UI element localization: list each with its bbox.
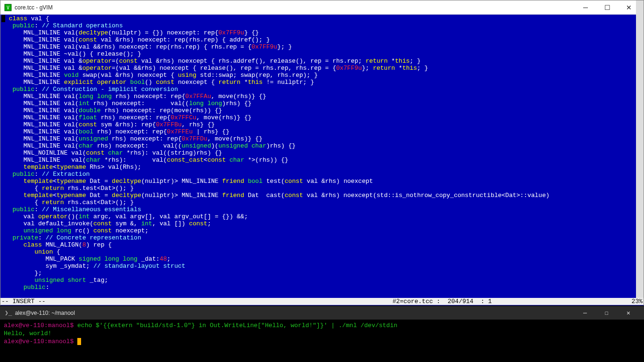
code-line: MNL_INLINE val(double rhs) noexcept: rep…: [0, 107, 644, 114]
code-line: public: // Standard operations: [0, 22, 644, 29]
gvim-status-right: #2=core.tcc : 204/914 : 1 23%: [392, 298, 643, 305]
code-line: MNL_INLINE val(unsigned rhs) noexcept: r…: [0, 135, 644, 142]
code-line: MNL_NOINLINE val(const char *rhs): val((…: [0, 149, 644, 156]
code-line: { return rhs.test<Dat>(); }: [0, 185, 644, 192]
editor-cursor: [1, 15, 5, 22]
code-line: { return rhs.cast<Dat>(); }: [0, 199, 644, 206]
code-line: MNL_INLINE val(long long rhs) noexcept: …: [0, 93, 644, 100]
code-line: MNL_INLINE val(int rhs) noexcept: val((l…: [0, 100, 644, 107]
code-line: sym _symdat; // standard-layout struct: [0, 263, 644, 270]
terminal-window: ❯_ alex@ve-110: ~/manool ─ ☐ ✕ alex@ve-1…: [0, 306, 644, 362]
code-line: MNL_INLINE val(decltype(nullptr) = {}) n…: [0, 29, 644, 36]
code-line: template<typename Rhs> val(Rhs);: [0, 164, 644, 171]
terminal-body[interactable]: alex@ve-110:manool$ echo $'{{extern "bui…: [0, 320, 644, 347]
gvim-status-line: -- INSERT -- #2=core.tcc : 204/914 : 1 2…: [0, 298, 644, 305]
gvim-app-icon: V: [4, 4, 12, 11]
terminal-close-button[interactable]: ✕: [618, 306, 639, 320]
terminal-cursor: [77, 338, 81, 345]
code-line: MNL_INLINE val &operator=(const val &rhs…: [0, 58, 644, 65]
svg-text:V: V: [7, 5, 9, 10]
terminal-line: Hello, world!: [4, 329, 640, 337]
gvim-titlebar[interactable]: V core.tcc - gVIM ─ ☐ ✕: [0, 0, 644, 15]
code-line: MNL_INLINE void swap(val &rhs) noexcept …: [0, 72, 644, 79]
code-line: public: // Extraction: [0, 171, 644, 178]
code-line: union {: [0, 248, 644, 255]
code-line: public: // Miscellaneous essentials: [0, 206, 644, 213]
code-line: MNL_INLINE val(const sym &rhs): rep{0x7F…: [0, 121, 644, 128]
code-line: MNL_INLINE val(val &&rhs) noexcept: rep(…: [0, 43, 644, 50]
code-line: MNL_INLINE val(bool rhs) noexcept: rep{0…: [0, 128, 644, 135]
terminal-maximize-button[interactable]: ☐: [596, 306, 618, 320]
code-line: unsigned long rc() const noexcept;: [0, 227, 644, 234]
code-line: private: // Concrete representation: [0, 234, 644, 241]
code-line: MNL_INLINE explicit operator bool() cons…: [0, 79, 644, 86]
gvim-mode-indicator: -- INSERT --: [1, 298, 46, 305]
gvim-editor-pane[interactable]: class val { public: // Standard operatio…: [0, 15, 644, 305]
gvim-title: core.tcc - gVIM: [15, 4, 575, 11]
code-line: public:: [0, 284, 644, 291]
code-line: MNL_INLINE val(float rhs) noexcept: rep{…: [0, 114, 644, 121]
code-line: MNL_INLINE val(char *rhs): val(const_cas…: [0, 156, 644, 164]
code-line: template<typename Dat = decltype(nullptr…: [0, 178, 644, 185]
gvim-window-controls: ─ ☐ ✕: [575, 0, 640, 15]
terminal-line: alex@ve-110:manool$ echo $'{{extern "bui…: [4, 321, 640, 329]
code-line: class MNL_ALIGN(8) rep {: [0, 241, 644, 248]
code-line: public: // Construction - implicit conve…: [0, 86, 644, 93]
code-line: unsigned short _tag;: [0, 277, 644, 284]
terminal-minimize-button[interactable]: ─: [574, 306, 596, 320]
terminal-cmd-icon: ❯_: [5, 309, 12, 317]
code-line: MNL_PACK signed long long _dat:48;: [0, 255, 644, 263]
code-line: val default_invoke(const sym &, int, val…: [0, 220, 644, 227]
terminal-window-controls: ─ ☐ ✕: [574, 306, 639, 320]
code-line: MNL_INLINE ~val() { release(); }: [0, 50, 644, 58]
gvim-window: V core.tcc - gVIM ─ ☐ ✕ class val { publ…: [0, 0, 644, 305]
gvim-scrollbar[interactable]: [636, 0, 644, 305]
code-line: MNL_INLINE val &operator=(val &&rhs) noe…: [0, 65, 644, 72]
code-line: MNL_INLINE val(char rhs) noexcept: val((…: [0, 142, 644, 149]
code-line: MNL_INLINE val(const val &rhs) noexcept:…: [0, 36, 644, 43]
terminal-line: alex@ve-110:manool$: [4, 337, 640, 346]
code-line: class val {: [0, 15, 644, 22]
terminal-title: alex@ve-110: ~/manool: [15, 310, 574, 316]
code-line: val operator()(int argc, val argv[], val…: [0, 213, 644, 220]
code-line: };: [0, 270, 644, 277]
maximize-button[interactable]: ☐: [596, 0, 618, 15]
code-line: template<typename Dat = decltype(nullptr…: [0, 192, 644, 199]
terminal-titlebar[interactable]: ❯_ alex@ve-110: ~/manool ─ ☐ ✕: [0, 306, 644, 320]
minimize-button[interactable]: ─: [575, 0, 596, 15]
